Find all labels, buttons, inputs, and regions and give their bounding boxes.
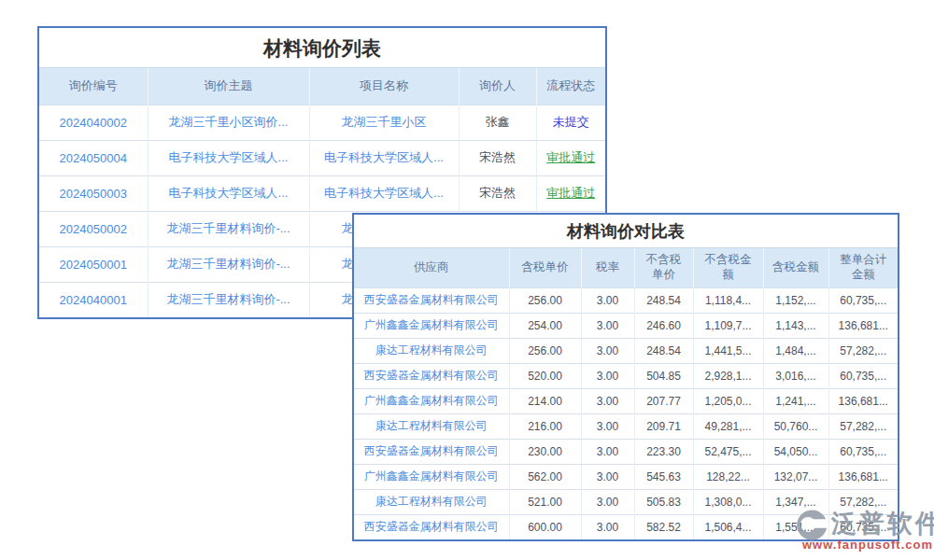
- comparison-value-cell: 128,22...: [693, 464, 763, 489]
- comparison-value-cell: 256.00: [509, 287, 581, 313]
- inquiry-row: 2024050003电子科技大学区域人...电子科技大学区域人...宋浩然审批通…: [39, 175, 605, 211]
- comparison-value-cell: 1,308,0...: [693, 489, 763, 514]
- inquiry-column-header: 流程状态: [536, 68, 605, 105]
- comparison-value-cell: 1,241,...: [763, 388, 828, 413]
- supplier-link[interactable]: 广州鑫鑫金属材料有限公司: [354, 388, 509, 413]
- vendor-watermark: 泛普软件 www.fanpusoft.com: [792, 506, 934, 552]
- inquiry-no-link[interactable]: 2024040002: [39, 105, 148, 140]
- comparison-column-header: 税率: [581, 248, 634, 287]
- comparison-row: 西安盛器金属材料有限公司256.003.00248.541,118,4...1,…: [354, 287, 898, 313]
- comparison-value-cell: 1,484,...: [763, 338, 828, 363]
- supplier-link[interactable]: 康达工程材料有限公司: [354, 338, 509, 363]
- inquiry-subject-link[interactable]: 龙湖三千里小区询价...: [148, 105, 309, 140]
- comparison-value-cell: 521.00: [509, 489, 581, 514]
- project-name-link[interactable]: 电子科技大学区域人...: [309, 175, 459, 211]
- comparison-panel: 材料询价对比表 供应商含税单价税率不含税单价不含税金额含税金额整单合计金额 西安…: [352, 213, 899, 541]
- supplier-link[interactable]: 西安盛器金属材料有限公司: [354, 363, 509, 388]
- comparison-value-cell: 54,050...: [763, 439, 828, 464]
- comparison-value-cell: 223.30: [634, 439, 693, 464]
- comparison-column-header: 不含税单价: [634, 248, 693, 287]
- comparison-value-cell: 562.00: [509, 464, 581, 489]
- comparison-value-cell: 136,681...: [828, 388, 898, 413]
- inquiry-list-header-row: 询价编号询价主题项目名称询价人流程状态: [39, 68, 605, 105]
- comparison-value-cell: 207.77: [634, 388, 693, 413]
- comparison-column-header: 不含税金额: [693, 248, 763, 287]
- comparison-value-cell: 1,143,...: [763, 313, 828, 338]
- comparison-value-cell: 60,735,...: [828, 363, 898, 388]
- supplier-link[interactable]: 西安盛器金属材料有限公司: [354, 439, 509, 464]
- comparison-value-cell: 3.00: [581, 439, 634, 464]
- comparison-value-cell: 3.00: [581, 388, 634, 413]
- project-name-link[interactable]: 电子科技大学区域人...: [309, 140, 459, 175]
- comparison-value-cell: 216.00: [509, 413, 581, 439]
- comparison-value-cell: 3.00: [581, 464, 634, 489]
- comparison-value-cell: 1,118,4...: [693, 287, 763, 313]
- inquiry-subject-link[interactable]: 龙湖三千里材料询价-...: [148, 282, 309, 317]
- comparison-value-cell: 545.63: [634, 464, 693, 489]
- flow-status-label[interactable]: 审批通过: [536, 175, 605, 211]
- comparison-value-cell: 60,735,...: [828, 439, 898, 464]
- inquiry-no-link[interactable]: 2024040001: [39, 282, 148, 317]
- comparison-value-cell: 3.00: [581, 313, 634, 338]
- comparison-value-cell: 246.60: [634, 313, 693, 338]
- comparison-value-cell: 50,760...: [763, 413, 828, 439]
- inquirer-name: 张鑫: [459, 105, 536, 140]
- inquiry-column-header: 询价主题: [148, 68, 309, 105]
- comparison-value-cell: 3.00: [581, 363, 634, 388]
- inquiry-subject-link[interactable]: 龙湖三千里材料询价-...: [148, 246, 309, 282]
- inquiry-column-header: 询价编号: [39, 68, 148, 105]
- comparison-value-cell: 254.00: [509, 313, 581, 338]
- supplier-link[interactable]: 西安盛器金属材料有限公司: [354, 287, 509, 313]
- comparison-value-cell: 3.00: [581, 287, 634, 313]
- comparison-row: 康达工程材料有限公司256.003.00248.541,441,5...1,48…: [354, 338, 898, 363]
- comparison-value-cell: 136,681...: [828, 313, 898, 338]
- inquirer-name: 宋浩然: [459, 175, 536, 211]
- supplier-link[interactable]: 广州鑫鑫金属材料有限公司: [354, 464, 509, 489]
- inquiry-row: 2024040002龙湖三千里小区询价...龙湖三千里小区张鑫未提交: [39, 105, 605, 140]
- comparison-row: 广州鑫鑫金属材料有限公司562.003.00545.63128,22...132…: [354, 464, 898, 489]
- inquiry-no-link[interactable]: 2024050003: [39, 175, 148, 211]
- comparison-column-header: 含税单价: [509, 248, 581, 287]
- comparison-value-cell: 49,281,...: [693, 413, 763, 439]
- comparison-value-cell: 520.00: [509, 363, 581, 388]
- comparison-title: 材料询价对比表: [354, 215, 898, 248]
- watermark-brand-text: 泛普软件: [831, 507, 934, 540]
- comparison-value-cell: 248.54: [634, 338, 693, 363]
- inquiry-row: 2024050004电子科技大学区域人...电子科技大学区域人...宋浩然审批通…: [39, 140, 605, 175]
- comparison-value-cell: 57,282,...: [828, 338, 898, 363]
- supplier-link[interactable]: 康达工程材料有限公司: [354, 413, 509, 439]
- comparison-row: 广州鑫鑫金属材料有限公司214.003.00207.771,205,0...1,…: [354, 388, 898, 413]
- comparison-value-cell: 60,735,...: [828, 287, 898, 313]
- comparison-header-row: 供应商含税单价税率不含税单价不含税金额含税金额整单合计金额: [354, 248, 898, 287]
- inquiry-no-link[interactable]: 2024050004: [39, 140, 148, 175]
- comparison-column-header: 含税金额: [763, 248, 828, 287]
- watermark-url-text: www.fanpusoft.com: [792, 538, 934, 552]
- inquiry-list-title: 材料询价列表: [39, 28, 605, 68]
- supplier-link[interactable]: 广州鑫鑫金属材料有限公司: [354, 313, 509, 338]
- comparison-value-cell: 57,282,...: [828, 413, 898, 439]
- comparison-value-cell: 3.00: [581, 489, 634, 514]
- supplier-link[interactable]: 西安盛器金属材料有限公司: [354, 514, 509, 539]
- comparison-value-cell: 505.83: [634, 489, 693, 514]
- inquiry-subject-link[interactable]: 电子科技大学区域人...: [148, 140, 309, 175]
- flow-status-label[interactable]: 审批通过: [536, 140, 605, 175]
- supplier-link[interactable]: 康达工程材料有限公司: [354, 489, 509, 514]
- comparison-value-cell: 3,016,...: [763, 363, 828, 388]
- comparison-value-cell: 600.00: [509, 514, 581, 539]
- comparison-value-cell: 214.00: [509, 388, 581, 413]
- inquiry-column-header: 询价人: [459, 68, 536, 105]
- comparison-value-cell: 582.52: [634, 514, 693, 539]
- comparison-value-cell: 256.00: [509, 338, 581, 363]
- inquiry-subject-link[interactable]: 龙湖三千里材料询价-...: [148, 211, 309, 246]
- inquiry-no-link[interactable]: 2024050001: [39, 246, 148, 282]
- inquiry-no-link[interactable]: 2024050002: [39, 211, 148, 246]
- comparison-value-cell: 136,681...: [828, 464, 898, 489]
- project-name-link[interactable]: 龙湖三千里小区: [309, 105, 459, 140]
- flow-status-label[interactable]: 未提交: [536, 105, 605, 140]
- comparison-value-cell: 3.00: [581, 338, 634, 363]
- inquiry-column-header: 项目名称: [309, 68, 459, 105]
- inquiry-subject-link[interactable]: 电子科技大学区域人...: [148, 175, 309, 211]
- comparison-column-header: 供应商: [354, 248, 509, 287]
- comparison-value-cell: 1,152,...: [763, 287, 828, 313]
- comparison-value-cell: 52,475,...: [693, 439, 763, 464]
